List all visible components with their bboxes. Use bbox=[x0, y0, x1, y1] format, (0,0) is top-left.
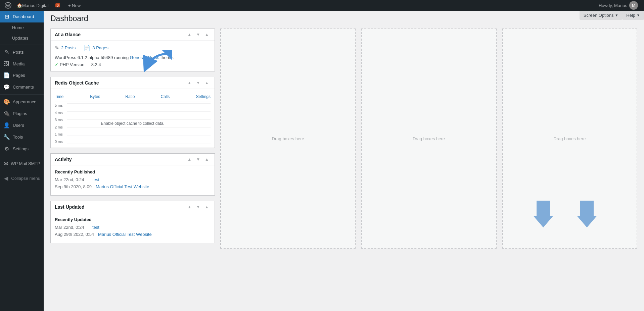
redis-col-calls[interactable]: Calls bbox=[160, 94, 196, 99]
redis-y-labels: 5 ms 4 ms 3 ms 2 ms 1 ms 0 ms bbox=[55, 103, 67, 144]
drag-zone-2: Drag boxes here bbox=[361, 29, 496, 249]
activity-date-1: Mar 22nd, 0:24 bbox=[55, 177, 88, 182]
php-check-icon: ✓ bbox=[55, 62, 58, 67]
comments-label: Comments bbox=[13, 85, 34, 90]
sidebar-item-pages[interactable]: 📄 Pages bbox=[0, 69, 44, 81]
wp-wrap: ⊞ Dashboard Home Updates ✎ Posts bbox=[0, 11, 644, 311]
help-label: Help bbox=[626, 13, 635, 18]
last-updated-link-1[interactable]: test bbox=[92, 225, 99, 230]
last-updated-up-btn[interactable]: ▲ bbox=[186, 204, 193, 210]
postbox-controls: ▲ ▼ ▲ bbox=[186, 32, 211, 38]
drag-zone-2-label: Drag boxes here bbox=[413, 136, 445, 141]
pages-count-link[interactable]: 📄 3 Pages bbox=[84, 45, 108, 51]
sidebar-item-posts[interactable]: ✎ Posts bbox=[0, 46, 44, 58]
redis-header: Redis Object Cache ▲ ▼ ▲ bbox=[51, 77, 215, 89]
redis-widget: Redis Object Cache ▲ ▼ ▲ Time Bytes Rati… bbox=[50, 77, 215, 148]
sidebar-item-label: Dashboard bbox=[13, 14, 34, 19]
activity-date-2: Sep 9th 2020, 8:09 bbox=[55, 184, 92, 189]
at-a-glance-header: At a Glance ▲ ▼ ▲ bbox=[51, 29, 215, 41]
redis-close-btn[interactable]: ▲ bbox=[203, 80, 211, 86]
adminbar-new[interactable]: + New bbox=[65, 0, 84, 11]
tools-icon: 🔧 bbox=[3, 134, 10, 140]
drag-zones-area: Drag boxes here Drag boxes here Drag box… bbox=[220, 29, 637, 249]
activity-widget: Activity ▲ ▼ ▲ Recently Published Mar 22… bbox=[50, 153, 215, 196]
home-sub-label: Home bbox=[12, 25, 24, 30]
redis-col-ratio[interactable]: Ratio bbox=[125, 94, 160, 99]
sidebar-item-home[interactable]: Home bbox=[0, 22, 44, 33]
at-a-glance-widget: At a Glance ▲ ▼ ▲ ✎ 2 Posts bbox=[50, 29, 215, 71]
screen-meta-links: Screen Options ▼ Help ▼ bbox=[580, 11, 644, 20]
activity-link-2[interactable]: Marius Official Test Website bbox=[96, 184, 149, 189]
collapse-label: Collapse menu bbox=[11, 176, 40, 181]
close-btn[interactable]: ▲ bbox=[203, 32, 211, 38]
menu-separator-2 bbox=[0, 94, 44, 95]
home-icon: 🏠 bbox=[17, 3, 22, 8]
help-chevron: ▼ bbox=[637, 13, 640, 17]
drag-zones-row: Drag boxes here Drag boxes here Drag box… bbox=[220, 29, 637, 249]
redis-title: Redis Object Cache bbox=[55, 80, 186, 86]
last-updated-item-2: Aug 29th 2022, 0:54 Marius Official Test… bbox=[55, 232, 211, 237]
sidebar-item-media[interactable]: 🖼 Media bbox=[0, 58, 44, 69]
last-updated-down-btn[interactable]: ▼ bbox=[194, 204, 202, 210]
help-button[interactable]: Help ▼ bbox=[622, 11, 644, 20]
pages-count-icon: 📄 bbox=[84, 45, 90, 51]
last-updated-date-2: Aug 29th 2022, 0:54 bbox=[55, 232, 94, 237]
activity-link-1[interactable]: test bbox=[92, 177, 99, 182]
redis-up-btn[interactable]: ▲ bbox=[186, 80, 193, 86]
sidebar-item-users[interactable]: 👤 Users bbox=[0, 119, 44, 131]
collapse-up-btn[interactable]: ▲ bbox=[186, 32, 193, 38]
comments-count: 0 bbox=[55, 3, 60, 7]
redis-settings-link[interactable]: Settings bbox=[196, 94, 211, 99]
site-name: Marius Digital bbox=[22, 3, 49, 8]
activity-close-btn[interactable]: ▲ bbox=[203, 156, 211, 162]
svg-text:W: W bbox=[6, 3, 10, 8]
sidebar: ⊞ Dashboard Home Updates ✎ Posts bbox=[0, 11, 44, 311]
settings-label: Settings bbox=[13, 146, 29, 151]
posts-count-link[interactable]: ✎ 2 Posts bbox=[55, 45, 76, 51]
admin-menu: ⊞ Dashboard Home Updates ✎ Posts bbox=[0, 11, 44, 184]
sidebar-item-appearance[interactable]: 🎨 Appearance bbox=[0, 96, 44, 108]
last-updated-body: Recently Updated Mar 22nd, 0:24 test Aug… bbox=[51, 213, 215, 243]
redis-down-btn[interactable]: ▼ bbox=[194, 80, 202, 86]
collapse-icon: ◀ bbox=[3, 175, 8, 182]
last-updated-close-btn[interactable]: ▲ bbox=[203, 204, 211, 210]
tools-label: Tools bbox=[13, 135, 23, 140]
sidebar-item-collapse[interactable]: ◀ Collapse menu bbox=[0, 172, 44, 184]
theme-link[interactable]: GeneratePress bbox=[130, 55, 159, 60]
last-updated-link-2[interactable]: Marius Official Test Website bbox=[98, 232, 152, 237]
sidebar-item-comments[interactable]: 💬 Comments bbox=[0, 81, 44, 93]
screen-options-button[interactable]: Screen Options ▼ bbox=[580, 11, 623, 20]
activity-down-btn[interactable]: ▼ bbox=[194, 156, 202, 162]
redis-col-time[interactable]: Time bbox=[55, 94, 90, 99]
users-icon: 👤 bbox=[3, 122, 10, 128]
dashboard-icon: ⊞ bbox=[3, 13, 10, 20]
appearance-icon: 🎨 bbox=[3, 99, 10, 105]
sidebar-item-wpmailsmtp[interactable]: ✉ WP Mail SMTP bbox=[0, 158, 44, 169]
adminbar-site[interactable]: 🏠 Marius Digital bbox=[13, 0, 52, 11]
adminbar-user[interactable]: Howdy, Marius M bbox=[595, 1, 641, 10]
adminbar-comments[interactable]: 0 bbox=[52, 0, 65, 11]
sidebar-item-dashboard[interactable]: ⊞ Dashboard bbox=[0, 11, 44, 22]
menu-separator-3 bbox=[0, 156, 44, 156]
wp-logo-icon[interactable]: W bbox=[3, 0, 13, 11]
page-title: Dashboard bbox=[50, 14, 637, 23]
posts-label: Posts bbox=[13, 50, 24, 55]
sidebar-item-updates[interactable]: Updates bbox=[0, 33, 44, 43]
sidebar-item-plugins[interactable]: 🔌 Plugins bbox=[0, 108, 44, 119]
adminbar-items: 🏠 Marius Digital 0 + New bbox=[13, 0, 84, 11]
at-a-glance-title: At a Glance bbox=[55, 32, 186, 37]
redis-col-bytes[interactable]: Bytes bbox=[90, 94, 125, 99]
sidebar-item-settings[interactable]: ⚙ Settings bbox=[0, 143, 44, 155]
activity-up-btn[interactable]: ▲ bbox=[186, 156, 193, 162]
posts-icon: ✎ bbox=[3, 49, 10, 55]
y-label-1ms: 1 ms bbox=[55, 132, 67, 136]
sidebar-item-tools[interactable]: 🔧 Tools bbox=[0, 131, 44, 143]
redis-table-header: Time Bytes Ratio Calls Settings bbox=[55, 93, 211, 102]
last-updated-controls: ▲ ▼ ▲ bbox=[186, 204, 211, 210]
wpmailsmtp-icon: ✉ bbox=[3, 160, 8, 167]
dashboard-left-column: At a Glance ▲ ▼ ▲ ✎ 2 Posts bbox=[50, 29, 215, 249]
collapse-down-btn[interactable]: ▼ bbox=[194, 32, 202, 38]
adminbar-right: Howdy, Marius M bbox=[595, 1, 641, 10]
drag-zone-1: Drag boxes here bbox=[220, 29, 356, 249]
screen-options-chevron: ▼ bbox=[615, 13, 618, 17]
